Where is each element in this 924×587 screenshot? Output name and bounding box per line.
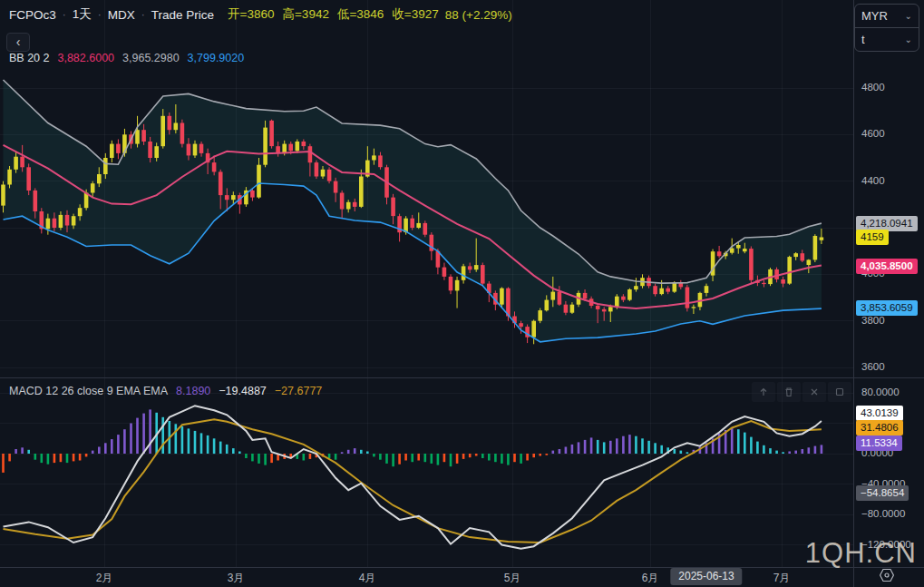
chart-canvas[interactable] (0, 0, 924, 587)
symbol-title[interactable]: FCPOc3 (9, 8, 56, 22)
separator-dot: · (63, 8, 66, 21)
time-axis-month-label: 6月 (642, 571, 659, 586)
unit-select[interactable]: t ⌄ (855, 27, 919, 51)
close-icon (809, 386, 820, 397)
bb-value: 3,799.9020 (188, 52, 245, 64)
ohlc-item: 高=3942 (282, 6, 328, 23)
time-axis-month-label: 3月 (228, 571, 245, 586)
ohlc-item: 开=3860 (228, 6, 274, 23)
bb-indicator-label: BB 20 2 (9, 52, 49, 64)
back-button[interactable]: ‹ (6, 33, 30, 52)
time-axis-month-label: 4月 (359, 571, 376, 586)
maximize-icon (834, 386, 845, 397)
last-price-badge: 4159 (856, 230, 889, 245)
macd-indicator-row[interactable]: MACD 12 26 close 9 EMA EMA 8.1890−19.488… (9, 385, 322, 397)
bb-indicator-row[interactable]: BB 20 2 3,882.60003,965.29803,799.9020 (9, 52, 244, 64)
macd-line-badge: 43.0139 (856, 406, 903, 421)
chevron-down-icon: ⌄ (905, 34, 912, 44)
unit-value: t (861, 33, 865, 46)
change-value: 88 (+2.29%) (445, 8, 512, 22)
bb-lower-value-badge: 3,853.6059 (856, 300, 918, 316)
bb-value: 3,965.2980 (122, 52, 180, 64)
time-axis-month-label: 5月 (504, 571, 521, 586)
arrow-up-icon (758, 386, 769, 397)
price-pane-header: FCPOc3 · 1天 · MDX · Trade Price 开=3860高=… (9, 6, 512, 23)
bb-value: 3,882.6000 (57, 52, 114, 64)
move-pane-up-button[interactable] (752, 382, 775, 402)
symbol-row[interactable]: FCPOc3 · 1天 · MDX · Trade Price 开=3860高=… (9, 6, 512, 23)
time-axis-month-label: 7月 (773, 571, 791, 586)
close-pane-button[interactable] (802, 382, 826, 402)
axis-label: 3800 (861, 315, 885, 326)
macd-indicator-label: MACD 12 26 close 9 EMA EMA (9, 385, 168, 397)
axis-label: 4800 (861, 82, 885, 93)
separator-dot: · (141, 8, 145, 21)
macd-signal-badge: 31.4806 (856, 420, 903, 435)
axis-label: 4600 (861, 128, 885, 139)
axis-label: −80.0000 (861, 508, 905, 519)
exchange-label: MDX (108, 8, 135, 22)
date-badge: 2025-06-13 (670, 568, 742, 585)
macd-value: −27.6777 (275, 385, 322, 397)
interval-label[interactable]: 1天 (73, 6, 92, 23)
macd-indicator-values: 8.1890−19.4887−27.6777 (176, 385, 322, 397)
time-axis[interactable]: 2月3月4月5月6月7月2025-06-13 (0, 567, 924, 587)
bb-indicator-values: 3,882.60003,965.29803,799.9020 (57, 52, 244, 64)
axis-label: 80.0000 (861, 386, 900, 397)
axis-label: 4400 (861, 175, 885, 186)
currency-select[interactable]: MYR ⌄ (855, 5, 919, 27)
currency-value: MYR (861, 9, 888, 23)
axis-label: 3600 (861, 361, 885, 372)
bb-basis-value-badge: 4,035.8500 (856, 259, 918, 274)
separator-dot: · (98, 8, 102, 21)
price-axis[interactable]: 48004600440040003800360080.00000.0000−40… (853, 0, 924, 567)
currency-unit-box: MYR ⌄ t ⌄ (854, 4, 919, 52)
macd-value: −19.4887 (219, 385, 266, 397)
ohlc-item: 收=3927 (392, 6, 438, 23)
ohlc-values: 开=3860高=3942低=3846收=3927 (228, 6, 439, 23)
chevron-down-icon: ⌄ (905, 11, 912, 21)
macd-level-badge: −54.8654 (856, 485, 909, 501)
trash-icon (783, 386, 794, 397)
macd-hist-badge: 11.5334 (856, 435, 902, 451)
delete-pane-button[interactable] (777, 382, 801, 402)
maximize-pane-button[interactable] (828, 382, 851, 402)
macd-pane-toolbar (752, 382, 851, 402)
macd-value: 8.1890 (176, 385, 210, 397)
time-axis-month-label: 2月 (96, 571, 113, 586)
watermark: 1QH.CN (805, 537, 917, 570)
trading-chart-app: FCPOc3 · 1天 · MDX · Trade Price 开=3860高=… (0, 0, 924, 587)
ohlc-item: 低=3846 (337, 6, 384, 23)
series-type-label: Trade Price (151, 8, 214, 22)
axis-settings-icon[interactable] (879, 567, 896, 587)
